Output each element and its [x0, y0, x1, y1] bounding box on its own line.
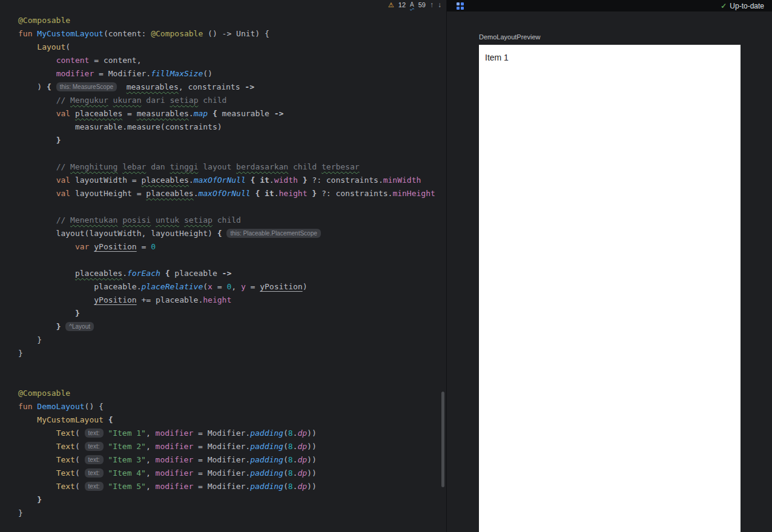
- code-line[interactable]: modifier = Modifier.fillMaxSize(): [18, 67, 446, 80]
- code-line[interactable]: Text( text: "Item 1", modifier = Modifie…: [18, 427, 446, 440]
- code-token: //: [56, 162, 70, 171]
- code-token: forEach: [127, 269, 160, 278]
- code-token: (: [203, 282, 208, 291]
- inlay-hint[interactable]: text:: [85, 429, 104, 438]
- build-status-badge[interactable]: ✓ Up-to-date: [721, 2, 764, 10]
- code-token: .: [274, 189, 279, 198]
- code-line[interactable]: val placeables = measurables.map { measu…: [18, 107, 446, 120]
- code-token: layoutWidth =: [70, 176, 141, 185]
- inlay-hint[interactable]: text:: [85, 482, 104, 491]
- editor-scrollbar[interactable]: [441, 392, 444, 487]
- code-token: 8: [288, 442, 293, 451]
- code-line[interactable]: ) { this: MeasureScope measurables, cons…: [18, 80, 446, 94]
- code-token: ?: constraints.: [307, 176, 383, 185]
- code-area[interactable]: @Composablefun MyCustomLayout(content: @…: [0, 0, 446, 532]
- code-token: [18, 162, 56, 171]
- code-editor[interactable]: @Composablefun MyCustomLayout(content: @…: [0, 0, 446, 532]
- next-issue-arrow-icon[interactable]: ↓: [438, 1, 441, 8]
- code-line[interactable]: // Mengukur ukuran dari setiap child: [18, 94, 446, 107]
- code-line[interactable]: } ^Layout: [18, 320, 446, 333]
- code-token: maxOfOrNull: [194, 176, 246, 185]
- code-line[interactable]: [18, 254, 446, 267]
- code-line[interactable]: yPosition += placeable.height: [18, 294, 446, 307]
- code-token: MyCustomLayout: [37, 415, 104, 424]
- code-line[interactable]: [18, 200, 446, 214]
- code-line[interactable]: Text( text: "Item 3", modifier = Modifie…: [18, 453, 446, 467]
- code-line[interactable]: placeables.forEach { placeable ->: [18, 267, 446, 280]
- code-token: [18, 495, 37, 504]
- warning-icon: ⚠: [388, 1, 394, 8]
- code-token: (content:: [104, 29, 151, 38]
- code-line[interactable]: Text( text: "Item 4", modifier = Modifie…: [18, 467, 446, 480]
- code-line[interactable]: [18, 360, 446, 373]
- code-token: Text: [56, 429, 75, 438]
- code-token: val: [56, 176, 70, 185]
- code-token: placeables: [142, 176, 189, 185]
- code-token: = Modifier.: [193, 442, 250, 451]
- code-token: Text: [56, 442, 75, 451]
- code-line[interactable]: [18, 147, 446, 160]
- code-token: (: [75, 482, 85, 491]
- code-token: }: [18, 349, 23, 358]
- typo-count[interactable]: 59: [418, 1, 426, 8]
- code-line[interactable]: }: [18, 307, 446, 320]
- code-line[interactable]: [18, 373, 446, 387]
- code-line[interactable]: }: [18, 493, 446, 507]
- inspection-widget[interactable]: ⚠ 12 A 59 ↑ ↓: [388, 1, 441, 9]
- code-token: [51, 82, 56, 91]
- code-token: [298, 176, 303, 185]
- code-line[interactable]: // Menentukan posisi untuk setiap child: [18, 214, 446, 227]
- code-token: ,: [146, 455, 156, 464]
- inlay-hint[interactable]: text:: [85, 442, 104, 451]
- inlay-hint[interactable]: this: Placeable.PlacementScope: [226, 229, 320, 238]
- code-line[interactable]: }: [18, 134, 446, 147]
- code-token: 8: [288, 429, 293, 438]
- grid-view-icon[interactable]: [457, 2, 464, 10]
- code-line[interactable]: fun MyCustomLayout(content: @Composable …: [18, 27, 446, 41]
- inlay-hint[interactable]: ^Layout: [65, 322, 94, 331]
- warning-count[interactable]: 12: [398, 1, 406, 8]
- preview-canvas[interactable]: DemoLayoutPreview Item 1: [447, 11, 772, 532]
- code-line[interactable]: fun DemoLayout() {: [18, 400, 446, 413]
- code-token: modifier: [156, 455, 194, 464]
- code-token: @Composable: [18, 16, 70, 25]
- code-token: [246, 176, 251, 185]
- code-token: }: [312, 189, 317, 198]
- previous-issue-arrow-icon[interactable]: ↑: [430, 1, 434, 8]
- inlay-hint[interactable]: text:: [85, 455, 104, 464]
- code-line[interactable]: measurable.measure(constraints): [18, 120, 446, 134]
- code-token: () -> Unit) {: [203, 29, 269, 38]
- code-line[interactable]: @Composable: [18, 387, 446, 400]
- code-line[interactable]: layout(layoutWidth, layoutHeight) { this…: [18, 227, 446, 240]
- inlay-hint[interactable]: text:: [85, 468, 104, 478]
- code-token: dari: [142, 96, 170, 105]
- code-token: layout(layoutWidth, layoutHeight): [18, 229, 217, 238]
- code-token: "Item 3": [108, 455, 146, 464]
- code-line[interactable]: }: [18, 347, 446, 360]
- code-line[interactable]: MyCustomLayout {: [18, 413, 446, 427]
- code-line[interactable]: placeable.placeRelative(x = 0, y = yPosi…: [18, 280, 446, 294]
- code-token: "Item 4": [108, 468, 146, 478]
- code-line[interactable]: var yPosition = 0: [18, 240, 446, 254]
- preview-title[interactable]: DemoLayoutPreview: [479, 33, 541, 41]
- code-token: [18, 269, 75, 278]
- inlay-hint[interactable]: this: MeasureScope: [56, 82, 117, 91]
- code-line[interactable]: val layoutHeight = placeables.maxOfOrNul…: [18, 187, 446, 200]
- code-line[interactable]: // Menghitung lebar dan tinggi layout be…: [18, 160, 446, 174]
- code-token: [18, 242, 75, 251]
- code-line[interactable]: Text( text: "Item 5", modifier = Modifie…: [18, 480, 446, 493]
- code-line[interactable]: content = content,: [18, 54, 446, 67]
- code-line[interactable]: }: [18, 333, 446, 347]
- code-line[interactable]: @Composable: [18, 14, 446, 27]
- code-token: (: [75, 468, 85, 478]
- code-token: (: [283, 429, 288, 438]
- code-token: [18, 322, 56, 331]
- code-token: [117, 82, 127, 91]
- code-token: = content,: [89, 56, 141, 65]
- code-line[interactable]: }: [18, 507, 446, 520]
- code-line[interactable]: Text( text: "Item 2", modifier = Modifie…: [18, 440, 446, 453]
- code-line[interactable]: val layoutWidth = placeables.maxOfOrNull…: [18, 174, 446, 187]
- code-token: (: [283, 482, 288, 491]
- code-line[interactable]: Layout(: [18, 41, 446, 54]
- code-token: ukuran: [113, 96, 142, 105]
